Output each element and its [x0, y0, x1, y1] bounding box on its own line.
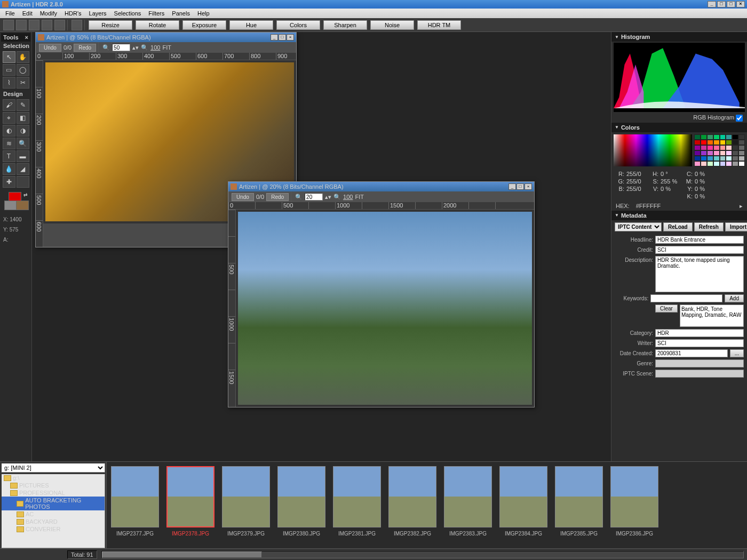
pencil-tool[interactable]: ✎ [17, 99, 29, 111]
swatch[interactable] [701, 156, 707, 161]
color-picker[interactable] [614, 134, 692, 166]
zoom-in-icon[interactable]: 🔍 [333, 194, 341, 201]
lasso-tool[interactable]: ⌇ [3, 77, 15, 89]
zoom-spinner[interactable]: ▴▾ [132, 44, 139, 51]
noise-button[interactable]: Noise [370, 20, 414, 30]
swatch[interactable] [726, 150, 732, 156]
add-keyword-button[interactable]: Add [725, 294, 744, 302]
clear-keywords-button[interactable]: Clear [655, 305, 678, 313]
save-icon[interactable] [29, 20, 39, 30]
camera-icon[interactable] [42, 20, 52, 30]
zoom-out-icon[interactable]: 🔍 [295, 194, 303, 201]
dodge-tool[interactable]: ◑ [17, 125, 29, 137]
zoom-fit[interactable]: FIT [355, 194, 364, 200]
swatch[interactable] [713, 140, 720, 145]
swatch[interactable] [726, 145, 732, 150]
category-input[interactable] [655, 329, 744, 337]
restore-button[interactable]: □ [717, 1, 726, 7]
colors-header[interactable]: Colors [611, 123, 747, 132]
doc1-close-button[interactable]: × [287, 34, 294, 41]
reload-button[interactable]: ReLoad [663, 222, 693, 231]
menu-filters[interactable]: Filters [145, 10, 168, 17]
resize-button[interactable]: Resize [89, 20, 132, 30]
swatch[interactable] [707, 145, 713, 150]
text-tool[interactable]: T [3, 150, 15, 162]
menu-help[interactable]: Help [194, 10, 213, 17]
tree-item[interactable]: g:\ [2, 474, 105, 482]
swatch[interactable] [707, 161, 713, 166]
tree-item[interactable]: PICTURES [2, 482, 105, 489]
swatch[interactable] [694, 156, 701, 161]
doc2-min-button[interactable]: _ [508, 183, 516, 190]
swatch[interactable] [720, 161, 726, 166]
refresh-button[interactable]: Refresh [694, 222, 724, 231]
thumbnail[interactable]: IMGP2381.JPG [333, 466, 381, 537]
swatch[interactable] [732, 134, 738, 140]
tree-item[interactable]: AC [2, 510, 105, 518]
panel-close-icon[interactable]: × [25, 34, 28, 41]
clone-tool[interactable]: ⌖ [3, 112, 15, 124]
doc2-close-button[interactable]: × [525, 183, 532, 190]
doc1-max-button[interactable]: □ [279, 34, 286, 41]
swatch[interactable] [694, 161, 701, 166]
thumbnail[interactable]: IMGP2383.JPG [444, 466, 492, 537]
swatch[interactable] [738, 140, 745, 145]
hdr-tm-button[interactable]: HDR TM [417, 20, 461, 30]
gradient-tool[interactable]: ◢ [17, 163, 29, 175]
swatch[interactable] [694, 140, 701, 145]
swatch[interactable] [720, 156, 726, 161]
maximize-button[interactable]: □ [727, 1, 735, 7]
exposure-button[interactable]: Exposure [182, 20, 226, 30]
swatch[interactable] [707, 134, 713, 140]
histogram-checkbox[interactable] [736, 115, 743, 122]
swatch[interactable] [707, 140, 713, 145]
credit-input[interactable] [655, 246, 744, 254]
keywords-list[interactable]: Bank, HDR, Tone Mapping, Dramatic, RAW [680, 305, 744, 327]
zoom-fit[interactable]: FIT [162, 44, 171, 51]
thumbnail[interactable]: IMGP2379.JPG [222, 466, 270, 537]
menu-layers[interactable]: Layers [86, 10, 110, 17]
thumbnail[interactable]: IMGP2386.JPG [610, 466, 658, 537]
description-input[interactable] [655, 256, 744, 292]
swatch[interactable] [707, 156, 713, 161]
thumbnail-strip[interactable]: IMGP2377.JPGIMGP2378.JPGIMGP2379.JPGIMGP… [107, 462, 747, 548]
eyedrop-tool[interactable]: 💧 [3, 163, 15, 175]
hue-button[interactable]: Hue [229, 20, 273, 30]
swatch[interactable] [738, 150, 745, 156]
brush-tool[interactable]: 🖌 [3, 99, 15, 111]
thumbnail[interactable]: IMGP2382.JPG [388, 466, 436, 537]
swatch[interactable] [738, 134, 745, 140]
hand-tool[interactable]: ✋ [17, 51, 29, 63]
doc2-max-button[interactable]: □ [516, 183, 524, 190]
swatch[interactable] [726, 134, 732, 140]
minimize-button[interactable]: _ [708, 1, 716, 7]
zoom-100[interactable]: 100 [150, 44, 160, 51]
heal-tool[interactable]: ✚ [3, 176, 15, 188]
horizontal-scrollbar[interactable] [101, 551, 744, 558]
tree-item[interactable]: BACKYARD [2, 518, 105, 525]
scene-input[interactable] [655, 370, 744, 378]
swatch[interactable] [701, 134, 707, 140]
tree-item[interactable]: CONVERIER [2, 525, 105, 533]
menu-selections[interactable]: Selections [111, 10, 145, 17]
colors-button[interactable]: Colors [276, 20, 320, 30]
drive-select[interactable]: g: [MINI 2] [1, 463, 105, 473]
swatch[interactable] [694, 145, 701, 150]
open-icon[interactable] [16, 20, 27, 30]
undo-button[interactable]: Undo [39, 44, 61, 52]
swatch[interactable] [720, 134, 726, 140]
rotate-button[interactable]: Rotate [136, 20, 179, 30]
menu-file[interactable]: File [2, 10, 18, 17]
burn-tool[interactable]: ◐ [3, 125, 15, 137]
meta-mode-select[interactable]: IPTC Content [615, 222, 662, 231]
move-tool[interactable]: ↖ [3, 51, 15, 63]
swatch[interactable] [738, 156, 745, 161]
ellipse-select-tool[interactable]: ◯ [17, 64, 29, 76]
new-icon[interactable] [3, 20, 14, 30]
swatch[interactable] [732, 140, 738, 145]
genre-input[interactable] [655, 359, 744, 367]
swatch[interactable] [713, 161, 720, 166]
swatch[interactable] [694, 134, 701, 140]
print-icon[interactable] [54, 20, 65, 30]
zoom-spinner[interactable]: ▴▾ [325, 194, 331, 201]
